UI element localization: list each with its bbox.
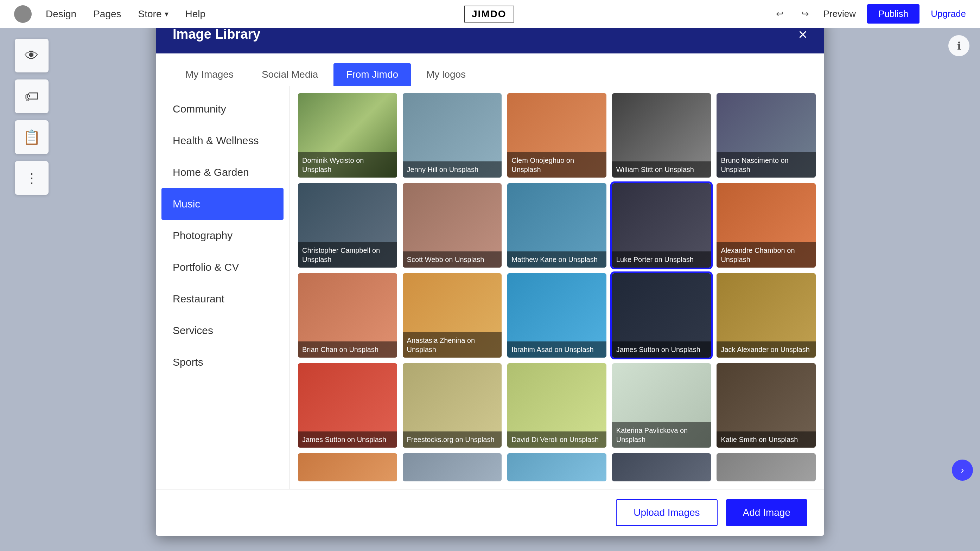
nav-item-home-garden[interactable]: Home & Garden — [156, 156, 289, 188]
image-card[interactable] — [403, 453, 502, 481]
nav-item-music[interactable]: Music — [161, 188, 283, 220]
image-label: Freestocks.org on Unsplash — [403, 432, 502, 448]
chevron-down-icon: ▾ — [165, 10, 169, 19]
toolbar: Design Pages Store ▾ Help JIMDO ↩ ↪ Prev… — [0, 0, 980, 28]
left-sidebar: 👁 🏷 📋 ⋮ — [0, 28, 63, 195]
sidebar-copy-icon[interactable]: 📋 — [15, 120, 49, 154]
toolbar-nav: Design Pages Store ▾ Help — [46, 8, 205, 20]
image-card[interactable]: David Di Veroli on Unsplash — [507, 363, 606, 448]
image-card[interactable]: Brian Chan on Unsplash — [298, 273, 397, 357]
image-card[interactable]: Katie Smith on Unsplash — [716, 363, 816, 448]
publish-button[interactable]: Publish — [867, 4, 920, 24]
redo-button[interactable]: ↪ — [798, 7, 812, 21]
image-card[interactable]: Scott Webb on Unsplash — [403, 183, 502, 268]
image-library-modal: Image Library × My Images Social Media F… — [156, 16, 824, 536]
nav-item-sports[interactable]: Sports — [156, 346, 289, 378]
image-card[interactable]: James Sutton on Unsplash — [298, 363, 397, 448]
image-label: Scott Webb on Unsplash — [403, 251, 502, 268]
image-card[interactable]: Dominik Wycisto on Unsplash — [298, 93, 397, 178]
image-card[interactable]: William Stitt on Unsplash — [612, 93, 711, 178]
image-card[interactable]: Freestocks.org on Unsplash — [403, 363, 502, 448]
image-label: Christopher Campbell on Unsplash — [298, 242, 397, 268]
nav-item-photography[interactable]: Photography — [156, 220, 289, 251]
image-card[interactable] — [612, 453, 711, 481]
image-label: James Sutton on Unsplash — [298, 432, 397, 448]
image-card[interactable]: Christopher Campbell on Unsplash — [298, 183, 397, 268]
image-card[interactable]: Clem Onojeghuo on Unsplash — [507, 93, 606, 178]
modal-body: Community Health & Wellness Home & Garde… — [156, 86, 824, 489]
next-arrow-button[interactable]: › — [952, 460, 973, 481]
modal-tabs: My Images Social Media From Jimdo My log… — [156, 54, 824, 86]
undo-button[interactable]: ↩ — [773, 7, 787, 21]
image-card[interactable]: Bruno Nascimento on Unsplash — [716, 93, 816, 178]
tab-social-media[interactable]: Social Media — [249, 63, 331, 86]
image-grid: Dominik Wycisto on Unsplash Jenny Hill o… — [298, 93, 816, 481]
nav-item-portfolio[interactable]: Portfolio & CV — [156, 251, 289, 283]
nav-help[interactable]: Help — [185, 8, 206, 20]
nav-store[interactable]: Store ▾ — [138, 8, 169, 20]
image-label: Katerina Pavlickova on Unsplash — [612, 422, 711, 448]
modal-footer: Upload Images Add Image — [156, 489, 824, 536]
image-label: Dominik Wycisto on Unsplash — [298, 152, 397, 178]
image-label: Clem Onojeghuo on Unsplash — [507, 152, 606, 178]
image-label: Brian Chan on Unsplash — [298, 341, 397, 357]
image-label: Katie Smith on Unsplash — [716, 432, 816, 448]
image-card[interactable]: Anastasia Zhenina on Unsplash — [403, 273, 502, 357]
site-logo: JIMDO — [464, 6, 514, 22]
image-label: Jenny Hill on Unsplash — [403, 161, 502, 178]
upload-images-button[interactable]: Upload Images — [616, 499, 717, 526]
modal-nav: Community Health & Wellness Home & Garde… — [156, 86, 290, 489]
sidebar-tag-icon[interactable]: 🏷 — [15, 79, 49, 113]
nav-item-restaurant[interactable]: Restaurant — [156, 283, 289, 315]
modal-title: Image Library — [173, 27, 260, 42]
image-card[interactable]: Katerina Pavlickova on Unsplash — [612, 363, 711, 448]
image-label: Luke Porter on Unsplash — [612, 251, 711, 268]
toolbar-center: JIMDO — [205, 6, 772, 22]
avatar — [14, 5, 32, 23]
image-card[interactable] — [298, 453, 397, 481]
image-label: Bruno Nascimento on Unsplash — [716, 152, 816, 178]
image-card[interactable] — [507, 453, 606, 481]
image-label: Matthew Kane on Unsplash — [507, 251, 606, 268]
image-label: William Stitt on Unsplash — [612, 161, 711, 178]
image-label: Anastasia Zhenina on Unsplash — [403, 332, 502, 357]
image-grid-area: Dominik Wycisto on Unsplash Jenny Hill o… — [290, 86, 824, 489]
toolbar-right: ↩ ↪ Preview Publish Upgrade — [773, 4, 966, 24]
image-label: David Di Veroli on Unsplash — [507, 432, 606, 448]
image-card[interactable]: Jenny Hill on Unsplash — [403, 93, 502, 178]
nav-item-health[interactable]: Health & Wellness — [156, 125, 289, 156]
nav-pages[interactable]: Pages — [93, 8, 121, 20]
image-card[interactable]: Matthew Kane on Unsplash — [507, 183, 606, 268]
image-card[interactable]: Ibrahim Asad on Unsplash — [507, 273, 606, 357]
add-image-button[interactable]: Add Image — [726, 499, 807, 526]
sidebar-more-icon[interactable]: ⋮ — [15, 161, 49, 195]
preview-button[interactable]: Preview — [824, 8, 856, 19]
tab-my-logos[interactable]: My logos — [414, 63, 478, 86]
upgrade-button[interactable]: Upgrade — [931, 8, 966, 19]
image-label: Ibrahim Asad on Unsplash — [507, 341, 606, 357]
image-label: Jack Alexander on Unsplash — [716, 341, 816, 357]
image-label: James Sutton on Unsplash — [612, 341, 711, 357]
image-card[interactable] — [716, 453, 816, 481]
image-card-selected[interactable]: James Sutton on Unsplash — [612, 273, 711, 357]
image-card[interactable]: Alexandre Chambon on Unsplash — [716, 183, 816, 268]
info-button[interactable]: ℹ — [948, 35, 969, 56]
nav-item-services[interactable]: Services — [156, 315, 289, 346]
image-card[interactable]: Jack Alexander on Unsplash — [716, 273, 816, 357]
close-icon[interactable]: × — [798, 27, 807, 42]
nav-design[interactable]: Design — [46, 8, 76, 20]
image-card-selected[interactable]: Luke Porter on Unsplash — [612, 183, 711, 268]
image-label: Alexandre Chambon on Unsplash — [716, 242, 816, 268]
sidebar-eye-icon[interactable]: 👁 — [15, 39, 49, 72]
tab-my-images[interactable]: My Images — [173, 63, 246, 86]
tab-from-jimdo[interactable]: From Jimdo — [334, 63, 411, 86]
nav-item-community[interactable]: Community — [156, 93, 289, 125]
